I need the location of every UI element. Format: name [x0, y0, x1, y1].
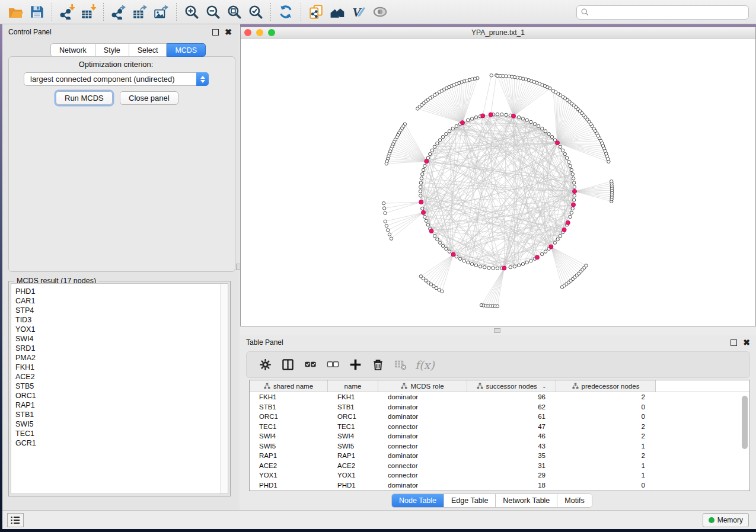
graph-hub-node[interactable] — [451, 252, 455, 257]
graph-node[interactable] — [544, 130, 547, 133]
table-cell[interactable]: 0 — [556, 412, 656, 422]
graph-node[interactable] — [529, 120, 532, 123]
tab-network-table[interactable]: Network Table — [496, 494, 557, 507]
graph-node[interactable] — [521, 117, 524, 120]
zoom-in-button[interactable] — [181, 2, 202, 22]
graph-node[interactable] — [445, 132, 448, 135]
graph-leaf-node[interactable] — [490, 74, 493, 77]
table-cell[interactable]: connector — [378, 461, 467, 471]
table-row[interactable]: RAP1RAP1dominator352 — [250, 451, 749, 461]
table-cell[interactable]: 0 — [556, 480, 656, 491]
graph-node[interactable] — [572, 198, 575, 201]
deselect-all-button[interactable] — [323, 355, 343, 375]
mcds-result-list[interactable]: PHD1CAR1STP4TID3YOX1SWI4SRD1PMA2FKH1ACE2… — [11, 283, 228, 494]
graph-node[interactable] — [420, 177, 423, 180]
graph-leaf-node[interactable] — [384, 220, 387, 223]
table-row[interactable]: PHD1PHD1dominator180 — [250, 480, 749, 491]
mcds-result-item[interactable]: FKH1 — [11, 363, 228, 372]
graph-node[interactable] — [436, 142, 439, 145]
graph-node[interactable] — [517, 116, 520, 118]
graph-node[interactable] — [467, 118, 470, 121]
table-cell[interactable]: dominator — [378, 431, 467, 441]
refresh-button[interactable] — [276, 2, 296, 22]
export-network-button[interactable] — [109, 2, 129, 22]
graph-node[interactable] — [419, 185, 422, 188]
graph-node[interactable] — [433, 145, 436, 148]
table-cell[interactable]: ACE2 — [250, 461, 328, 471]
graph-hub-node[interactable] — [422, 210, 426, 214]
graph-leaf-node[interactable] — [388, 233, 391, 236]
graph-node[interactable] — [423, 215, 426, 218]
table-cell[interactable]: 35 — [467, 451, 556, 461]
table-cell[interactable]: YOX1 — [328, 470, 378, 480]
table-cell[interactable]: 2 — [556, 422, 656, 432]
table-cell[interactable]: connector — [378, 441, 467, 451]
mcds-result-item[interactable]: PHD1 — [11, 287, 228, 296]
zoom-selected-button[interactable] — [245, 2, 266, 22]
table-cell[interactable]: 2 — [556, 392, 656, 402]
graph-node[interactable] — [559, 235, 562, 238]
graph-node[interactable] — [479, 265, 481, 268]
table-cell[interactable]: SWI5 — [250, 441, 328, 451]
mcds-result-item[interactable]: SWI4 — [11, 334, 228, 344]
table-cell[interactable]: SWI4 — [250, 431, 328, 441]
table-cell[interactable]: PHD1 — [250, 480, 328, 491]
vizmapper-button[interactable]: V — [349, 2, 369, 22]
table-cell[interactable]: dominator — [378, 402, 467, 412]
graph-hub-node[interactable] — [419, 200, 423, 204]
graph-node[interactable] — [467, 261, 470, 264]
graph-node[interactable] — [470, 117, 473, 120]
graph-node[interactable] — [570, 168, 573, 171]
graph-hub-node[interactable] — [556, 141, 560, 145]
close-panel-icon[interactable]: ✖ — [225, 29, 232, 36]
graph-node[interactable] — [533, 123, 536, 126]
graph-node[interactable] — [544, 250, 547, 253]
table-cell[interactable]: TEC1 — [328, 422, 378, 432]
table-cell[interactable]: STB1 — [328, 402, 378, 412]
graph-node[interactable] — [496, 113, 499, 116]
gear-button[interactable] — [255, 355, 275, 375]
graph-node[interactable] — [474, 264, 477, 267]
table-cell[interactable]: dominator — [378, 451, 467, 461]
optimization-criterion-select[interactable]: largest connected component (undirected) — [24, 72, 209, 86]
graph-node[interactable] — [422, 168, 425, 171]
graph-node[interactable] — [573, 194, 576, 197]
graph-node[interactable] — [441, 244, 444, 247]
table-cell[interactable]: FKH1 — [328, 392, 378, 402]
mcds-result-item[interactable]: STB1 — [11, 410, 228, 419]
graph-node[interactable] — [537, 124, 540, 127]
graph-node[interactable] — [441, 135, 444, 138]
graph-node[interactable] — [458, 257, 461, 260]
column-header-predecessor-nodes[interactable]: predecessor nodes — [556, 380, 656, 392]
delete-table-button[interactable] — [390, 355, 410, 375]
graph-leaf-node[interactable] — [382, 207, 385, 210]
table-row[interactable]: SWI4SWI4dominator462 — [250, 431, 749, 441]
tab-edge-table[interactable]: Edge Table — [444, 494, 496, 507]
horizontal-splitter-handle[interactable] — [494, 328, 500, 333]
graph-node[interactable] — [561, 149, 564, 152]
table-cell[interactable]: YOX1 — [250, 470, 328, 480]
graph-node[interactable] — [553, 241, 556, 244]
graph-node[interactable] — [525, 118, 528, 121]
table-cell[interactable]: connector — [378, 422, 467, 432]
graph-hub-node[interactable] — [573, 190, 577, 194]
table-cell[interactable]: 62 — [467, 402, 556, 412]
table-cell[interactable]: 0 — [556, 402, 656, 412]
table-cell[interactable]: 31 — [467, 461, 556, 471]
graph-node[interactable] — [541, 127, 544, 130]
graph-node[interactable] — [500, 113, 503, 116]
zoom-fit-button[interactable] — [224, 2, 244, 22]
graph-node[interactable] — [565, 156, 568, 159]
graph-node[interactable] — [492, 267, 495, 270]
graph-node[interactable] — [571, 172, 574, 175]
graph-hub-node[interactable] — [566, 220, 570, 225]
table-row[interactable]: FKH1FKH1dominator962 — [250, 392, 749, 402]
open-file-button[interactable] — [5, 2, 25, 22]
graph-hub-node[interactable] — [572, 203, 576, 207]
table-cell[interactable]: ACE2 — [328, 461, 378, 471]
graph-node[interactable] — [438, 241, 441, 244]
graph-hub-node[interactable] — [489, 113, 493, 117]
table-cell[interactable]: 2 — [556, 431, 656, 441]
graph-node[interactable] — [430, 149, 433, 152]
close-panel-icon[interactable]: ✖ — [743, 339, 750, 346]
